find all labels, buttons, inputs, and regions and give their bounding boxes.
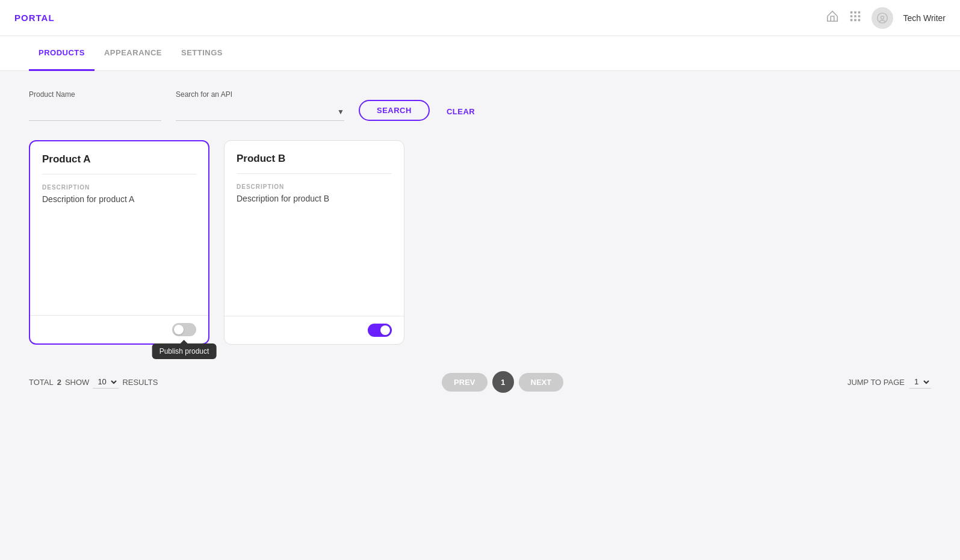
svg-rect-1 (855, 11, 857, 14)
logo: PORTAL (14, 13, 826, 23)
svg-rect-2 (858, 11, 861, 14)
api-search-field-group: Search for an API ▼ (176, 90, 344, 121)
api-search-input[interactable] (176, 107, 337, 117)
card-title-a: Product A (42, 153, 196, 165)
tab-settings[interactable]: SETTINGS (172, 36, 232, 71)
pagination-info: TOTAL 2 SHOW 10 25 50 RESULTS (29, 375, 158, 389)
card-top-b: Product B DESCRIPTION Description for pr… (225, 141, 404, 211)
pagination-bar: TOTAL 2 SHOW 10 25 50 RESULTS PREV 1 NEX… (29, 364, 931, 407)
api-dropdown[interactable]: ▼ (176, 103, 344, 121)
svg-rect-4 (855, 15, 857, 17)
card-bottom-a: Publish product (30, 315, 208, 343)
home-icon[interactable] (826, 10, 839, 26)
jump-label: JUMP TO PAGE (847, 378, 905, 387)
header-nav-icons (826, 10, 862, 26)
svg-rect-7 (855, 19, 857, 22)
publish-toggle-a[interactable]: Publish product (172, 323, 196, 336)
page-number-1[interactable]: 1 (492, 371, 514, 393)
next-button[interactable]: NEXT (519, 373, 564, 392)
avatar[interactable] (872, 7, 893, 29)
header: PORTAL (0, 0, 960, 36)
pagination-controls: PREV 1 NEXT (158, 371, 847, 393)
clear-button[interactable]: CLEAR (444, 102, 477, 121)
tab-appearance[interactable]: APPEARANCE (94, 36, 172, 71)
content-area: Product Name Search for an API ▼ SEARCH … (0, 71, 960, 407)
results-label: RESULTS (122, 378, 158, 387)
card-desc-b: Description for product B (237, 194, 392, 203)
jump-to: JUMP TO PAGE 1 (847, 375, 931, 389)
prev-button[interactable]: PREV (442, 373, 487, 392)
card-desc-label-b: DESCRIPTION (237, 183, 392, 190)
chevron-down-icon: ▼ (337, 108, 344, 116)
cards-grid: Product A DESCRIPTION Description for pr… (29, 135, 931, 364)
show-label: SHOW (65, 378, 89, 387)
card-top-a: Product A DESCRIPTION Description for pr… (30, 141, 208, 211)
card-divider-b (237, 173, 392, 174)
svg-rect-8 (858, 19, 861, 22)
total-count: 2 (57, 378, 61, 387)
card-desc-a: Description for product A (42, 194, 196, 204)
card-bottom-b (225, 316, 404, 344)
product-card-b[interactable]: Product B DESCRIPTION Description for pr… (224, 140, 404, 345)
svg-rect-3 (850, 15, 853, 17)
tabs: PRODUCTS APPEARANCE SETTINGS (0, 36, 960, 71)
header-right: Tech Writer (826, 7, 946, 29)
product-card-a[interactable]: Product A DESCRIPTION Description for pr… (29, 140, 209, 345)
jump-select[interactable]: 1 (909, 375, 931, 389)
tab-products[interactable]: PRODUCTS (29, 36, 94, 71)
publish-tooltip: Publish product (152, 343, 217, 359)
card-title-b: Product B (237, 153, 392, 165)
card-spacer-a (30, 211, 208, 315)
grid-icon[interactable] (849, 10, 862, 26)
username: Tech Writer (903, 13, 946, 23)
product-name-field-group: Product Name (29, 90, 161, 121)
svg-rect-6 (850, 19, 853, 22)
search-button[interactable]: SEARCH (359, 100, 430, 121)
svg-rect-5 (858, 15, 861, 17)
card-desc-label-a: DESCRIPTION (42, 184, 196, 191)
product-name-input[interactable] (29, 103, 161, 121)
search-section: Product Name Search for an API ▼ SEARCH … (29, 71, 931, 135)
svg-rect-0 (850, 11, 853, 14)
card-spacer-b (225, 211, 404, 316)
publish-toggle-b[interactable] (368, 324, 392, 337)
card-divider-a (42, 174, 196, 174)
total-label: TOTAL (29, 378, 54, 387)
svg-point-9 (878, 13, 888, 23)
show-select[interactable]: 10 25 50 (93, 375, 119, 389)
api-search-label: Search for an API (176, 90, 344, 99)
product-name-label: Product Name (29, 90, 161, 99)
